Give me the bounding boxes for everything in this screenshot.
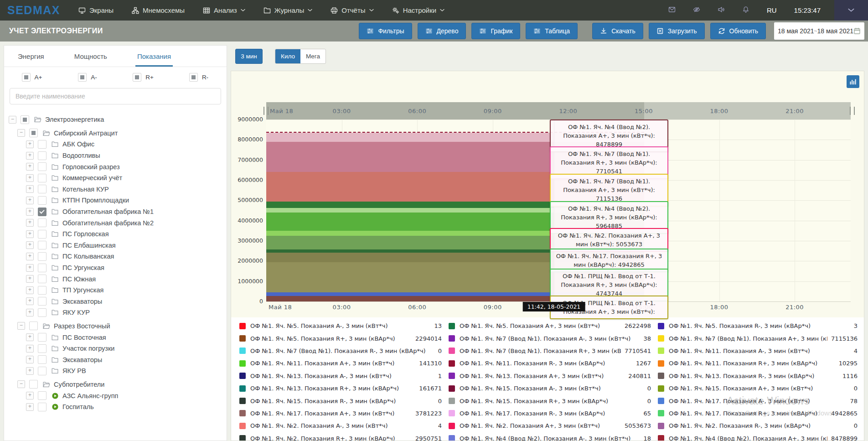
date-to[interactable]: 18 мая 2021 [817, 27, 854, 35]
tree-checkbox[interactable] [38, 391, 46, 400]
nav-item-5[interactable]: Отчёты [331, 6, 373, 14]
expand-icon[interactable]: + [26, 208, 34, 216]
tree-checkbox[interactable] [38, 297, 46, 306]
filter-checkbox-A+[interactable]: A+ [4, 73, 60, 82]
tree-row[interactable]: +ПС Горловская [4, 228, 227, 240]
tree-checkbox[interactable] [38, 196, 46, 205]
tree-checkbox[interactable] [38, 151, 46, 160]
legend-row[interactable]: ОФ №1. Яч. №15. Показания R+, 3 мин (кВА… [449, 394, 651, 407]
expand-icon[interactable]: + [26, 197, 34, 204]
tree-row[interactable]: +ПС Восточная [4, 332, 227, 343]
expand-icon[interactable]: + [26, 219, 34, 227]
tree-checkbox[interactable] [38, 241, 46, 249]
tree-row[interactable]: −Разрез Восточный [4, 321, 227, 332]
legend-row[interactable]: ОФ №1. Яч. №4 (Ввод №2). Показания A+, 3… [658, 432, 858, 441]
legend-row[interactable]: ОФ №1. Яч. №7 (Ввод №1). Показания R-, 3… [239, 345, 442, 357]
language-selector[interactable]: RU [767, 6, 777, 14]
tree-row[interactable]: +АБК Офис [4, 139, 227, 150]
tab-2[interactable]: Мощность [72, 46, 109, 67]
collapse-icon[interactable]: − [17, 322, 25, 330]
legend-row[interactable]: ОФ №1. Яч. №13. Показания R-, 3 мин (кВА… [658, 370, 858, 382]
legend-row[interactable]: ОФ №1. Яч. №5. Показания A-, 3 мин (кВт*… [239, 320, 442, 332]
legend-row[interactable]: ОФ №1. Яч. №11. Показания R+, 3 мин (кВА… [658, 357, 858, 369]
expand-icon[interactable]: + [26, 333, 34, 341]
legend-row[interactable]: ОФ №1. Яч. №15. Показания R-, 3 мин (кВА… [239, 394, 442, 407]
speaker-icon-button[interactable] [718, 6, 725, 15]
tree-row[interactable]: +ПС Колыванская [4, 251, 227, 262]
user-menu-button[interactable] [834, 0, 868, 21]
expand-icon[interactable]: + [26, 163, 34, 171]
interval-button[interactable]: 3 мин [235, 49, 263, 64]
legend-row[interactable]: ОФ №1. Яч. №11. Показания A-, 3 мин (кВт… [658, 345, 858, 357]
legend-row[interactable]: ОФ №1. Яч. №7 (Ввод №1). Показания A-, 3… [449, 332, 651, 344]
expand-icon[interactable]: + [26, 297, 34, 305]
toolbar-button-6[interactable]: Загрузить [649, 23, 705, 39]
tree-checkbox[interactable] [21, 115, 29, 124]
expand-icon[interactable]: + [26, 309, 34, 316]
tree-row[interactable]: +Экскаваторы [4, 296, 227, 307]
expand-icon[interactable]: + [26, 345, 34, 353]
filter-checkbox-R+[interactable]: R+ [115, 73, 171, 82]
tree-checkbox[interactable] [38, 174, 46, 182]
legend-row[interactable]: ОФ №1. Яч. №5. Показания R-, 3 мин (кВАр… [658, 320, 858, 332]
legend-row[interactable]: ОФ №1. Яч. №13. Показания A+, 3 мин (кВт… [449, 370, 651, 382]
bell-icon-button[interactable] [742, 6, 749, 15]
tree-checkbox[interactable] [29, 129, 38, 137]
legend-row[interactable]: ОФ №1. Яч. №15. Показания A-, 3 мин (кВт… [449, 382, 651, 394]
date-from[interactable]: 18 мая 2021 [778, 27, 814, 35]
legend-row[interactable]: ОФ №1. Яч. №15. Показания A+, 3 мин (кВт… [658, 382, 858, 394]
tree-row[interactable]: +Госпиталь [4, 401, 227, 413]
toolbar-button-1[interactable]: Фильтры [359, 23, 412, 39]
filter-checkbox-A-[interactable]: A- [60, 73, 115, 82]
legend-row[interactable]: ОФ №1. Яч. №4 (Ввод №2). Показания A-, 3… [449, 432, 651, 441]
eye-slash-icon-button[interactable] [693, 6, 700, 15]
tree-row[interactable]: +Водоотливы [4, 150, 227, 161]
navigator-left-handle[interactable] [264, 107, 269, 115]
date-range-picker[interactable]: 18 мая 2021 ~ 18 мая 2021 [774, 22, 864, 40]
legend-row[interactable]: ОФ №1. Яч. №17. Показания R-, 3 мин (кВА… [449, 407, 651, 420]
unit-mega-button[interactable]: Мега [300, 49, 326, 63]
legend-row[interactable]: ОФ №1. Яч. №11. Показания A+, 3 мин (кВт… [239, 357, 442, 369]
nav-item-1[interactable]: Экраны [78, 6, 114, 14]
tree-row[interactable]: +Котельная КУР [4, 184, 227, 195]
tree-checkbox[interactable] [38, 344, 46, 353]
tree-checkbox[interactable] [38, 264, 46, 272]
tree-row[interactable]: +Горловский разрез [4, 161, 227, 172]
toolbar-button-7[interactable]: Обновить [710, 23, 766, 39]
envelope-icon-button[interactable] [668, 6, 676, 15]
nav-item-3[interactable]: Анализ [203, 6, 245, 14]
tree-row[interactable]: +Экскаваторы [4, 354, 227, 365]
expand-icon[interactable]: + [26, 140, 34, 148]
collapse-icon[interactable]: − [9, 116, 16, 124]
expand-icon[interactable]: + [26, 174, 34, 182]
legend-row[interactable]: ОФ №1. Яч. №13. Показания A-, 3 мин (кВт… [239, 370, 442, 382]
nav-item-6[interactable]: Настройки [392, 6, 445, 14]
collapse-icon[interactable]: − [17, 129, 25, 137]
legend-row[interactable]: ОФ №1. Яч. №5. Показания A+, 3 мин (кВт*… [449, 320, 651, 332]
tree-row[interactable]: +ПС Ургунская [4, 262, 227, 274]
tree-row[interactable]: −Сибирский Антрацит [4, 128, 227, 139]
expand-icon[interactable]: + [26, 253, 34, 260]
expand-icon[interactable]: + [26, 367, 34, 375]
toolbar-button-2[interactable]: Дерево [418, 23, 466, 39]
tree-row[interactable]: −Электроэнергетика [4, 114, 227, 125]
collapse-icon[interactable]: − [17, 380, 25, 388]
navigator-right-handle[interactable] [850, 107, 855, 115]
tree-checkbox[interactable] [38, 208, 46, 216]
tree-checkbox[interactable] [38, 230, 46, 239]
tree-checkbox[interactable] [38, 185, 46, 193]
tree-checkbox[interactable] [38, 333, 46, 342]
tree-row[interactable]: −Субпотребители [4, 379, 227, 390]
expand-icon[interactable]: + [26, 185, 34, 193]
tree-checkbox[interactable] [38, 252, 46, 261]
unit-kilo-button[interactable]: Кило [275, 49, 300, 63]
tree-checkbox[interactable] [38, 140, 46, 149]
legend-row[interactable]: ОФ №1. Яч. №11. Показания R-, 3 мин (кВА… [449, 357, 651, 369]
tree-checkbox[interactable] [38, 308, 46, 317]
tree-row[interactable]: +Коммерческий учёт [4, 172, 227, 184]
time-navigator[interactable]: Май 1803:0006:0009:0012:0015:0018:0021:0… [266, 102, 851, 119]
chart-type-button[interactable] [847, 75, 859, 88]
tab-3[interactable]: Показания [135, 46, 173, 67]
legend-row[interactable]: ОФ №1. Яч. №2. Показания R+, 3 мин (кВАр… [239, 432, 442, 441]
tree-row[interactable]: +Обогатительная фабрика №1 [4, 206, 227, 218]
